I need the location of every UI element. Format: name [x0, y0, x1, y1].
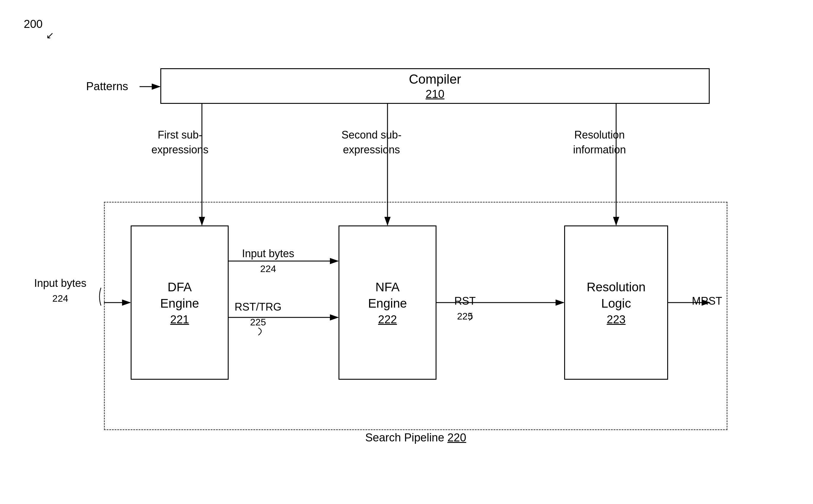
- resolution-logic-label: ResolutionLogic: [587, 279, 646, 311]
- resolution-logic-box: ResolutionLogic 223: [564, 225, 668, 380]
- input-bytes-middle-label: Input bytes224: [242, 246, 294, 276]
- input-bytes-left-label: Input bytes224: [34, 276, 86, 306]
- dfa-engine-label: DFAEngine: [160, 279, 199, 311]
- figure-arrow: ↙: [46, 30, 54, 41]
- second-sub-label: Second sub-expressions: [342, 128, 401, 158]
- mrst-label: MRST: [692, 294, 722, 309]
- compiler-box: Compiler 210: [160, 68, 710, 104]
- nfa-engine-number: 222: [378, 313, 397, 326]
- compiler-label: Compiler: [409, 72, 461, 87]
- nfa-engine-box: NFAEngine 222: [339, 225, 436, 380]
- patterns-label: Patterns: [86, 80, 128, 93]
- resolution-logic-number: 223: [606, 313, 625, 326]
- compiler-number: 210: [425, 88, 444, 101]
- pipeline-label: Search Pipeline 220: [365, 431, 466, 444]
- dfa-engine-box: DFAEngine 221: [131, 225, 229, 380]
- rst-trg-label: RST/TRG225: [235, 300, 282, 330]
- resolution-info-label: Resolutioninformation: [573, 128, 626, 158]
- rst-label: RST225: [454, 294, 476, 324]
- dfa-engine-number: 221: [170, 313, 189, 326]
- first-sub-label: First sub-expressions: [151, 128, 209, 158]
- nfa-engine-label: NFAEngine: [368, 279, 407, 311]
- figure-label: 200: [24, 18, 42, 31]
